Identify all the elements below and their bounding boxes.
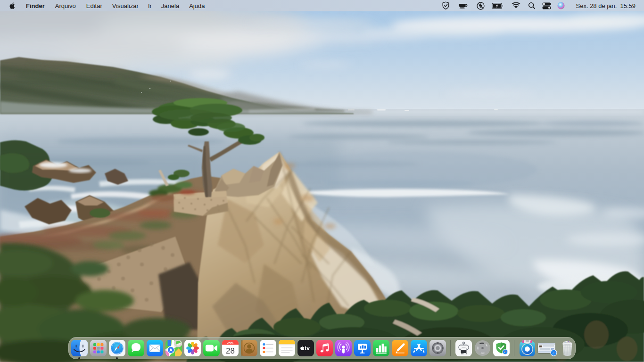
svg-text:JAN.: JAN.: [227, 341, 233, 344]
svg-text:tv: tv: [305, 345, 310, 352]
svg-text:28: 28: [226, 346, 235, 355]
